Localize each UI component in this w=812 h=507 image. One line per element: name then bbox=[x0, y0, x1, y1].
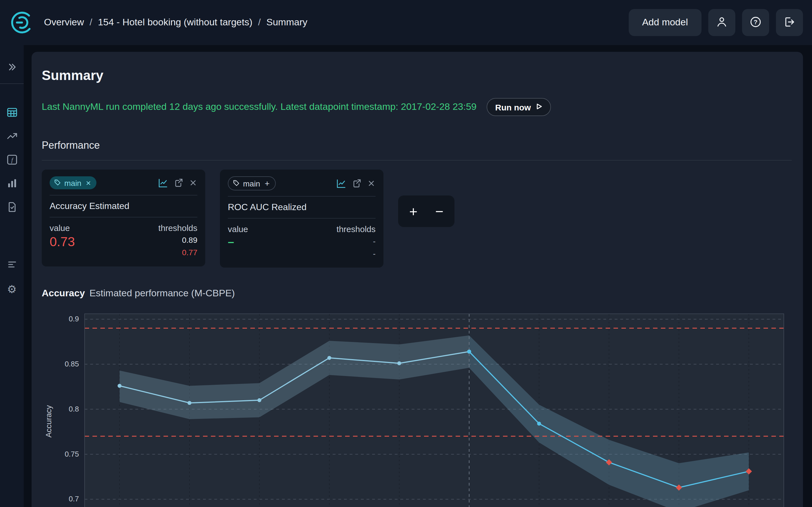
app: Overview / 154 - Hotel booking (without … bbox=[0, 0, 812, 507]
sidebar-item-performance[interactable] bbox=[0, 127, 24, 147]
metric-card-accuracy: main × bbox=[42, 170, 205, 267]
value-label: value bbox=[228, 224, 248, 234]
svg-text:?: ? bbox=[754, 18, 757, 25]
sidebar-item-concept-drift[interactable]: f bbox=[0, 151, 24, 171]
external-link-icon[interactable] bbox=[174, 178, 183, 187]
svg-text:0.85: 0.85 bbox=[64, 360, 79, 369]
metric-value: – bbox=[228, 235, 234, 260]
svg-text:0.9: 0.9 bbox=[69, 315, 79, 323]
function-icon: f bbox=[6, 154, 18, 167]
tag-icon bbox=[233, 179, 240, 188]
logout-button[interactable] bbox=[776, 9, 803, 36]
thresholds-label: thresholds bbox=[158, 223, 197, 233]
tag-pill[interactable]: main × bbox=[50, 176, 96, 189]
performance-chart[interactable]: 0.70.750.80.850.9May 2016Jun 2016Jul 201… bbox=[55, 309, 788, 507]
add-tag-icon[interactable]: + bbox=[265, 179, 270, 188]
card-values: 0.73 0.89 0.77 bbox=[50, 234, 197, 259]
remove-tag-icon[interactable]: × bbox=[86, 178, 91, 187]
card-values: – - - bbox=[228, 235, 375, 260]
metric-card-roc-auc: main + bbox=[220, 170, 384, 268]
sidebar-divider bbox=[0, 83, 24, 84]
tag-pill[interactable]: main + bbox=[228, 176, 276, 190]
sidebar-item-settings[interactable]: ⚙ bbox=[0, 279, 24, 299]
threshold-upper: - bbox=[373, 235, 375, 247]
play-icon bbox=[536, 102, 543, 112]
sidebar-nav-group: f bbox=[0, 103, 24, 218]
nannyml-logo-icon[interactable] bbox=[9, 10, 35, 36]
logout-icon bbox=[783, 15, 796, 30]
metric-card-title: ROC AUC Realized bbox=[228, 196, 375, 219]
thresholds-label: thresholds bbox=[337, 224, 375, 234]
sidebar-item-distribution[interactable] bbox=[0, 174, 24, 194]
card-header: main × bbox=[50, 176, 197, 195]
help-button[interactable]: ? bbox=[742, 9, 769, 36]
navbar-actions: Add model ? bbox=[628, 9, 803, 36]
card-column-labels: value thresholds bbox=[50, 217, 197, 233]
external-link-icon[interactable] bbox=[352, 179, 361, 188]
close-icon[interactable] bbox=[189, 179, 197, 187]
chart-heading: AccuracyEstimated performance (M-CBPE) bbox=[42, 288, 792, 299]
main-panel: Summary Last NannyML run completed 12 da… bbox=[32, 52, 803, 507]
chart-subtitle: Estimated performance (M-CBPE) bbox=[89, 288, 235, 299]
breadcrumb-model[interactable]: 154 - Hotel booking (without targets) bbox=[98, 17, 252, 28]
card-actions bbox=[336, 178, 375, 188]
threshold-lower: 0.77 bbox=[182, 246, 198, 259]
sidebar-expand-button[interactable] bbox=[0, 57, 24, 78]
line-chart-icon[interactable] bbox=[158, 178, 168, 188]
table-icon bbox=[6, 107, 18, 120]
run-now-label: Run now bbox=[495, 102, 531, 112]
document-check-icon bbox=[6, 201, 18, 215]
svg-text:0.7: 0.7 bbox=[69, 495, 79, 503]
breadcrumb-separator: / bbox=[90, 17, 92, 28]
top-navbar: Overview / 154 - Hotel booking (without … bbox=[0, 0, 812, 45]
chart-metric-name: Accuracy bbox=[42, 288, 85, 299]
user-icon bbox=[716, 15, 728, 30]
threshold-values: - - bbox=[373, 235, 375, 260]
threshold-values: 0.89 0.77 bbox=[182, 234, 198, 259]
bar-chart-icon bbox=[6, 177, 18, 191]
status-row: Last NannyML run completed 12 days ago s… bbox=[42, 98, 792, 116]
performance-section-title: Performance bbox=[42, 140, 792, 152]
line-chart-icon[interactable] bbox=[336, 178, 346, 188]
tag-label: main bbox=[243, 179, 260, 188]
tag-icon bbox=[54, 178, 61, 187]
threshold-upper: 0.89 bbox=[182, 234, 198, 246]
value-label: value bbox=[50, 223, 70, 233]
trending-up-icon bbox=[6, 130, 18, 144]
y-axis-title: Accuracy bbox=[42, 309, 55, 507]
metric-value: 0.73 bbox=[50, 234, 75, 259]
remove-metric-button[interactable]: − bbox=[428, 200, 451, 223]
double-chevron-right-icon bbox=[6, 61, 17, 74]
run-status-text: Last NannyML run completed 12 days ago s… bbox=[42, 101, 476, 113]
card-header: main + bbox=[228, 176, 375, 196]
settings-gear-icon: ⚙ bbox=[7, 284, 17, 294]
list-icon bbox=[6, 259, 18, 272]
sidebar: f bbox=[0, 45, 24, 507]
breadcrumb-overview[interactable]: Overview bbox=[44, 17, 84, 28]
svg-text:f: f bbox=[11, 157, 13, 163]
card-actions bbox=[158, 178, 197, 188]
metric-cards-row: main × bbox=[42, 170, 792, 268]
sidebar-item-logs[interactable] bbox=[0, 198, 24, 218]
add-model-button[interactable]: Add model bbox=[628, 9, 702, 36]
metric-add-remove-card: + − bbox=[398, 195, 455, 227]
page-title: Summary bbox=[42, 68, 792, 83]
metric-card-title: Accuracy Estimated bbox=[50, 195, 197, 217]
sidebar-item-summary-table[interactable] bbox=[0, 103, 24, 123]
tag-label: main bbox=[64, 178, 82, 187]
svg-text:0.8: 0.8 bbox=[69, 405, 79, 413]
breadcrumb-separator: / bbox=[258, 17, 260, 28]
user-button[interactable] bbox=[708, 9, 735, 36]
breadcrumb-current: Summary bbox=[266, 17, 307, 28]
svg-text:0.75: 0.75 bbox=[64, 450, 79, 458]
card-column-labels: value thresholds bbox=[228, 219, 375, 234]
sidebar-item-list[interactable] bbox=[0, 255, 24, 276]
sidebar-bottom-group: ⚙ bbox=[0, 255, 24, 299]
breadcrumb: Overview / 154 - Hotel booking (without … bbox=[44, 17, 307, 28]
run-now-button[interactable]: Run now bbox=[487, 98, 551, 116]
add-metric-button[interactable]: + bbox=[402, 200, 424, 223]
close-icon[interactable] bbox=[367, 179, 375, 187]
question-icon: ? bbox=[749, 15, 762, 30]
section-divider bbox=[42, 160, 792, 161]
threshold-lower: - bbox=[373, 247, 375, 260]
